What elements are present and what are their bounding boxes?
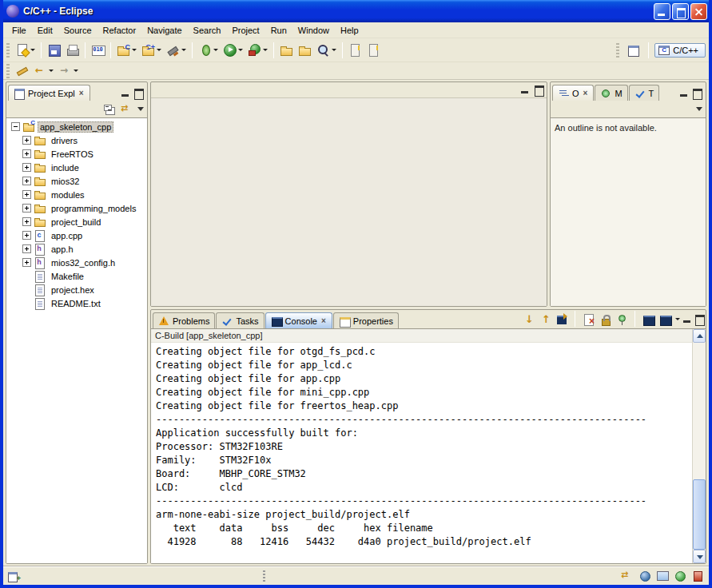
open-type-button[interactable] [277, 41, 296, 60]
menu-refactor[interactable]: Refactor [97, 24, 142, 37]
back-button[interactable] [31, 62, 56, 81]
run-button[interactable] [221, 41, 245, 60]
menu-edit[interactable]: Edit [32, 24, 58, 37]
expand-toggle[interactable] [11, 122, 20, 131]
close-tab-icon[interactable]: × [583, 89, 589, 97]
link-with-editor-icon[interactable] [120, 103, 133, 116]
display-selected-console-icon[interactable] [641, 312, 655, 326]
scroll-down-button[interactable] [693, 550, 706, 563]
green-sync-icon[interactable] [674, 570, 686, 582]
menu-navigate[interactable]: Navigate [141, 24, 187, 37]
toggle-mark-occurrences-button[interactable] [346, 41, 364, 60]
tree-item[interactable]: Makefile [6, 269, 147, 283]
tree-item[interactable]: modules [6, 188, 147, 201]
tree-item[interactable]: mios32_config.h [6, 256, 147, 269]
project-tree[interactable]: app_skeleton_cpp drivers FreeRTOS [6, 117, 147, 563]
minimize-view-icon[interactable] [121, 89, 130, 97]
toggle-block-selection-button[interactable] [364, 41, 383, 60]
scrollbar-track[interactable] [693, 343, 706, 550]
image-icon[interactable] [656, 570, 669, 582]
expand-toggle[interactable] [22, 149, 31, 158]
minimize-view-icon[interactable] [520, 85, 530, 94]
external-tools-button[interactable] [245, 41, 270, 60]
next-annotation-icon[interactable] [521, 312, 535, 326]
tree-item[interactable]: app_skeleton_cpp [6, 120, 147, 133]
tab-console[interactable]: Console × [265, 312, 332, 328]
clear-console-icon[interactable] [581, 312, 595, 326]
tab-project-explorer[interactable]: Project Expl × [8, 85, 90, 101]
perspective-cpp-button[interactable]: C/C++ [654, 43, 706, 58]
open-console-icon[interactable] [658, 312, 672, 326]
make-target-button[interactable] [164, 41, 189, 60]
expand-toggle[interactable] [22, 204, 31, 213]
maximize-view-icon[interactable] [694, 315, 704, 324]
previous-annotation-icon[interactable] [538, 312, 552, 326]
menu-file[interactable]: File [6, 24, 32, 37]
scrollbar-thumb[interactable] [693, 479, 706, 550]
open-perspective-button[interactable] [625, 42, 642, 59]
expand-toggle[interactable] [22, 163, 31, 172]
menu-run[interactable]: Run [265, 24, 292, 37]
tree-item[interactable]: project.hex [6, 283, 147, 296]
search-button[interactable] [314, 41, 339, 60]
collapse-all-icon[interactable] [102, 103, 115, 116]
last-edit-location-button[interactable] [13, 62, 31, 81]
expand-toggle[interactable] [22, 244, 31, 253]
tree-item[interactable]: README.txt [6, 296, 147, 310]
minimize-view-icon[interactable] [679, 89, 689, 97]
save-button[interactable] [45, 41, 63, 60]
toolbar-grip[interactable] [6, 64, 10, 78]
expand-toggle[interactable] [22, 231, 31, 240]
expand-toggle[interactable] [22, 217, 31, 226]
view-menu-icon[interactable] [696, 107, 702, 111]
tab-outline[interactable]: O × [552, 85, 594, 101]
minimize-view-icon[interactable] [682, 315, 692, 324]
print-button[interactable] [63, 41, 82, 60]
toolbar-grip[interactable] [6, 43, 10, 58]
build-all-button[interactable] [89, 41, 107, 60]
debug-button[interactable] [196, 41, 221, 60]
tree-item[interactable]: programming_models [6, 201, 147, 215]
menu-search[interactable]: Search [188, 24, 227, 37]
perspective-bar-grip[interactable] [616, 43, 619, 58]
gold-arrows-icon[interactable] [621, 570, 634, 582]
expand-toggle[interactable] [22, 190, 31, 199]
tab-make-targets[interactable]: M [595, 85, 627, 101]
blue-globe-icon[interactable] [638, 570, 651, 582]
maximize-view-icon[interactable] [534, 85, 543, 94]
scroll-lock-icon[interactable] [598, 312, 612, 326]
view-menu-icon[interactable] [137, 107, 144, 111]
tree-item[interactable]: app.h [6, 242, 147, 256]
red-flag-icon[interactable] [691, 570, 704, 582]
tree-item[interactable]: include [6, 161, 147, 174]
expand-toggle[interactable] [22, 136, 31, 145]
forward-button[interactable] [56, 62, 81, 81]
tree-item[interactable]: drivers [6, 133, 147, 147]
tab-properties[interactable]: Properties [333, 312, 399, 328]
expand-toggle[interactable] [22, 258, 31, 267]
expand-toggle[interactable] [22, 177, 31, 185]
console-scrollbar[interactable] [692, 329, 706, 563]
fast-view-icon[interactable] [8, 570, 21, 582]
show-console-on-output-icon[interactable] [555, 312, 569, 326]
menu-window[interactable]: Window [292, 24, 335, 37]
pin-console-icon[interactable] [615, 312, 629, 326]
new-c-project-button[interactable] [114, 41, 139, 60]
console-output-area[interactable]: C-Build [app_skeleton_cpp] Creating obje… [151, 328, 706, 563]
scroll-up-button[interactable] [693, 329, 706, 343]
new-wizard-button[interactable] [13, 41, 38, 60]
new-cpp-class-button[interactable] [139, 41, 164, 60]
tree-item[interactable]: mios32 [6, 174, 147, 188]
maximize-view-icon[interactable] [692, 89, 702, 97]
dropdown-arrow-icon[interactable] [675, 318, 680, 320]
restore-button[interactable] [672, 3, 689, 20]
open-resource-button[interactable] [296, 41, 314, 60]
close-tab-icon[interactable]: × [320, 316, 327, 325]
tree-item[interactable]: FreeRTOS [6, 147, 147, 161]
close-button[interactable] [690, 3, 707, 20]
maximize-view-icon[interactable] [133, 89, 143, 97]
menu-help[interactable]: Help [335, 24, 364, 37]
tree-item[interactable]: project_build [6, 215, 147, 228]
menu-project[interactable]: Project [226, 24, 265, 37]
minimize-button[interactable] [654, 3, 670, 20]
